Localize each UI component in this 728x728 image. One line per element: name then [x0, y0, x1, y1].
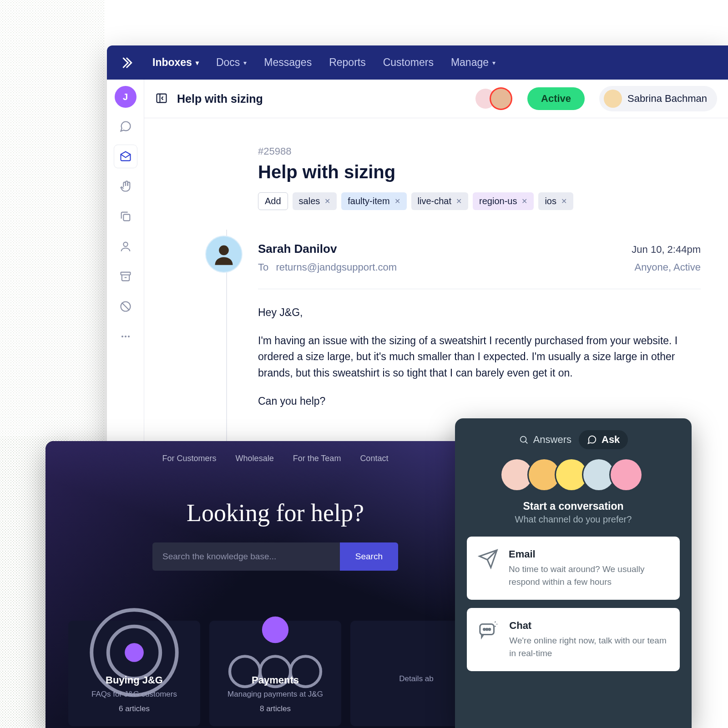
- channel-chat[interactable]: Chat We're online right now, talk with o…: [467, 608, 680, 671]
- close-icon[interactable]: ✕: [394, 197, 400, 206]
- message-body: Hey J&G, I'm having an issue with the si…: [258, 305, 701, 409]
- kb-card-buying[interactable]: Buying J&G FAQs for J&G customers 6 arti…: [68, 621, 200, 726]
- kb-search-input[interactable]: [152, 542, 340, 571]
- tag-label: region-us: [479, 196, 517, 206]
- nav-messages-label: Messages: [264, 56, 312, 69]
- nav-messages[interactable]: Messages: [264, 56, 312, 69]
- kb-card-subtitle: FAQs for J&G customers: [77, 690, 191, 699]
- conversation-title: Help with sizing: [177, 92, 263, 105]
- tag-label: sales: [299, 196, 320, 206]
- chat-widget: Answers Ask Start a conversation What ch…: [455, 418, 692, 728]
- svg-point-12: [262, 617, 288, 643]
- nav-reports-label: Reports: [329, 56, 366, 69]
- nav-inboxes[interactable]: Inboxes ▾: [152, 56, 199, 69]
- assignee-avatar: [604, 90, 622, 108]
- sender-avatar[interactable]: [208, 238, 240, 270]
- tag-ios[interactable]: ios✕: [538, 192, 573, 210]
- divider: [258, 289, 701, 289]
- close-icon[interactable]: ✕: [456, 197, 462, 206]
- message-paragraph: Hey J&G,: [258, 305, 701, 321]
- archive-icon[interactable]: [114, 265, 137, 288]
- kb-nav-contact[interactable]: Contact: [360, 454, 388, 463]
- svg-point-6: [127, 336, 129, 337]
- close-icon[interactable]: ✕: [521, 197, 527, 206]
- svg-rect-0: [123, 214, 130, 221]
- tag-faulty-item[interactable]: faulty-item✕: [341, 192, 406, 210]
- svg-rect-2: [121, 272, 130, 275]
- chevron-down-icon: ▾: [492, 59, 495, 66]
- person-icon[interactable]: [114, 235, 137, 258]
- kb-search-button[interactable]: Search: [340, 542, 398, 571]
- widget-subtitle: What channel do you prefer?: [467, 514, 680, 525]
- kb-cards: Buying J&G FAQs for J&G customers 6 arti…: [68, 621, 482, 726]
- nav-manage[interactable]: Manage ▾: [451, 56, 495, 69]
- close-icon[interactable]: ✕: [561, 197, 567, 206]
- more-icon[interactable]: [114, 325, 137, 348]
- kb-nav-customers[interactable]: For Customers: [162, 454, 217, 463]
- agent-avatar: [583, 459, 614, 490]
- kb-card-payments[interactable]: Payments Managing payments at J&G 8 arti…: [209, 621, 341, 726]
- sidebar-toggle-icon[interactable]: [155, 92, 169, 105]
- channel-name: Chat: [509, 620, 669, 632]
- hand-icon[interactable]: [114, 175, 137, 198]
- mail-icon[interactable]: [114, 145, 137, 168]
- to-label: To: [258, 261, 268, 273]
- copy-icon[interactable]: [114, 205, 137, 228]
- svg-point-16: [520, 437, 526, 442]
- nav-docs-label: Docs: [216, 56, 240, 69]
- chat-bubble-icon: [478, 620, 499, 659]
- sender-name: Sarah Danilov: [258, 242, 337, 256]
- svg-point-19: [486, 628, 488, 630]
- tab-ask-label: Ask: [602, 434, 620, 446]
- kb-nav-team[interactable]: For the Team: [293, 454, 341, 463]
- message-paragraph: I'm having an issue with the sizing of a…: [258, 333, 701, 382]
- tag-label: faulty-item: [348, 196, 389, 206]
- tab-answers[interactable]: Answers: [519, 430, 571, 449]
- svg-point-18: [483, 628, 485, 630]
- widget-title: Start a conversation: [467, 500, 680, 512]
- close-icon[interactable]: ✕: [324, 197, 330, 206]
- tab-ask[interactable]: Ask: [579, 430, 628, 449]
- nav-customers-label: Customers: [383, 56, 434, 69]
- tag-live-chat[interactable]: live-chat✕: [411, 192, 468, 210]
- chat-icon[interactable]: [114, 115, 137, 138]
- channel-name: Email: [509, 548, 669, 560]
- block-icon[interactable]: [114, 295, 137, 318]
- assignee-chip[interactable]: Sabrina Bachman: [599, 86, 717, 111]
- app-logo[interactable]: [120, 55, 135, 70]
- kb-nav: For Customers Wholesale For the Team Con…: [68, 454, 482, 463]
- svg-point-11: [125, 643, 144, 662]
- tab-answers-label: Answers: [533, 434, 571, 446]
- agent-avatars: [467, 459, 680, 490]
- kb-nav-wholesale[interactable]: Wholesale: [236, 454, 274, 463]
- nav-docs[interactable]: Docs ▾: [216, 56, 247, 69]
- agent-avatar: [529, 459, 560, 490]
- avatar-initial: J: [123, 92, 128, 102]
- tag-label: live-chat: [418, 196, 451, 206]
- tag-sales[interactable]: sales✕: [293, 192, 337, 210]
- message-date: Jun 10, 2:44pm: [632, 244, 701, 256]
- widget-tabs: Answers Ask: [467, 430, 680, 449]
- channel-desc: No time to wait around? We usually respo…: [509, 563, 669, 588]
- add-tag-button[interactable]: Add: [258, 192, 288, 210]
- assignee-name: Sabrina Bachman: [627, 93, 707, 105]
- tag-region-us[interactable]: region-us✕: [473, 192, 534, 210]
- viewer-avatar-current[interactable]: [491, 89, 511, 109]
- agent-avatar: [501, 459, 532, 490]
- nav-customers[interactable]: Customers: [383, 56, 434, 69]
- channel-email[interactable]: Email No time to wait around? We usually…: [467, 537, 680, 600]
- top-nav: Inboxes ▾ Docs ▾ Messages Reports Custom…: [107, 45, 728, 80]
- nav-reports[interactable]: Reports: [329, 56, 366, 69]
- status-pill[interactable]: Active: [527, 87, 585, 110]
- current-user-avatar[interactable]: J: [115, 86, 136, 108]
- svg-point-8: [219, 246, 229, 256]
- conversation-header: Help with sizing Active Sabrina Bachman: [144, 80, 728, 118]
- message: Sarah Danilov Jun 10, 2:44pm To returns@…: [258, 242, 701, 409]
- chevron-down-icon: ▾: [196, 59, 199, 66]
- kb-card-count: 8 articles: [218, 704, 332, 713]
- circles-icon: [218, 639, 332, 666]
- ticket-title: Help with sizing: [258, 162, 701, 182]
- svg-point-4: [121, 336, 123, 337]
- target-icon: [77, 639, 191, 666]
- chevron-down-icon: ▾: [243, 59, 247, 66]
